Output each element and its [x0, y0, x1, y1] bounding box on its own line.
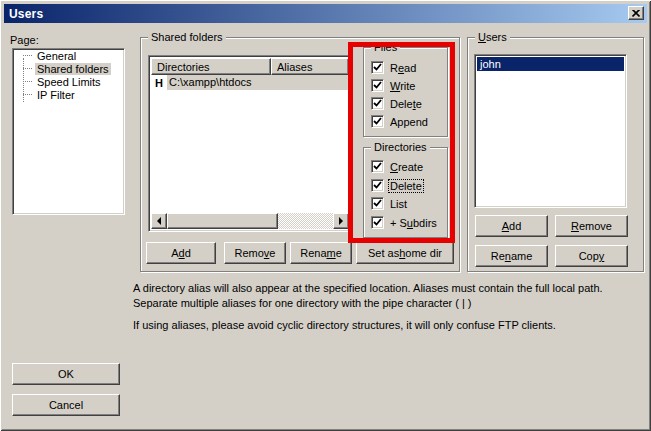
add-user-button[interactable]: Add [475, 215, 548, 237]
subdirs-label[interactable]: + Subdirs [389, 217, 438, 229]
page-item-speed-limits[interactable]: Speed Limits [13, 75, 124, 88]
check-icon [373, 162, 382, 171]
remove-user-button[interactable]: Remove [555, 215, 628, 237]
page-item-general[interactable]: General [13, 49, 124, 62]
title-bar[interactable]: Users [4, 4, 647, 23]
cyclic-note: If using aliases, please avoid cyclic di… [133, 318, 641, 333]
tree-stub [23, 94, 32, 95]
scroll-right-button[interactable] [333, 213, 349, 229]
alias-note: A directory alias will also appear at th… [133, 281, 641, 311]
directory-path: C:\xampp\htdocs [167, 75, 349, 90]
delete-file-checkbox[interactable] [371, 97, 384, 110]
create-dir-label[interactable]: Create [389, 161, 424, 173]
tree-stub [23, 68, 32, 69]
check-icon [373, 81, 382, 90]
files-read: Read [371, 61, 417, 74]
files-append: Append [371, 115, 429, 128]
page-label: Page: [10, 34, 39, 46]
users-listbox[interactable]: john [474, 54, 627, 208]
directories-listview[interactable]: Directories Aliases H C:\xampp\htdocs [148, 55, 352, 232]
page-item-label: IP Filter [35, 89, 77, 101]
dirs-delete: Delete [371, 179, 423, 192]
page-item-label: General [35, 50, 78, 62]
check-icon [373, 63, 382, 72]
create-dir-checkbox[interactable] [371, 160, 384, 173]
directories-group-label: Directories [371, 141, 430, 153]
dirs-list: List [371, 197, 408, 210]
files-delete: Delete [371, 97, 423, 110]
rename-user-button[interactable]: Rename [475, 245, 548, 267]
copy-user-button[interactable]: Copy [555, 245, 628, 267]
page-item-label: Speed Limits [35, 76, 103, 88]
dirs-create: Create [371, 160, 424, 173]
page-item-ip-filter[interactable]: IP Filter [13, 88, 124, 101]
directory-row[interactable]: H C:\xampp\htdocs [151, 75, 349, 90]
arrow-right-icon [339, 217, 347, 225]
shared-folders-group-label: Shared folders [148, 31, 226, 43]
remove-folder-button[interactable]: Remove [224, 242, 286, 264]
check-icon [373, 199, 382, 208]
check-icon [373, 99, 382, 108]
subdirs-checkbox[interactable] [371, 216, 384, 229]
tree-line [23, 58, 24, 102]
delete-dir-checkbox[interactable] [371, 179, 384, 192]
dirs-subdirs: + Subdirs [371, 216, 438, 229]
page-list[interactable]: General Shared folders Speed Limits IP F… [12, 48, 125, 215]
set-as-home-dir-button[interactable]: Set as home dir [356, 242, 454, 264]
files-write: Write [371, 79, 416, 92]
close-icon [632, 10, 640, 17]
write-checkbox[interactable] [371, 79, 384, 92]
column-header-directories[interactable]: Directories [151, 58, 271, 75]
scroll-left-button[interactable] [151, 213, 167, 229]
scrollbar-thumb[interactable] [167, 213, 278, 229]
check-icon [373, 181, 382, 190]
users-dialog: Users Page: General Shared folders Speed… [0, 0, 651, 431]
column-header-aliases[interactable]: Aliases [271, 58, 349, 75]
read-checkbox[interactable] [371, 61, 384, 74]
append-checkbox[interactable] [371, 115, 384, 128]
close-button[interactable] [628, 6, 644, 20]
read-label[interactable]: Read [389, 62, 417, 74]
page-item-shared-folders[interactable]: Shared folders [13, 62, 124, 75]
home-dir-marker: H [151, 77, 167, 89]
check-icon [373, 117, 382, 126]
horizontal-scrollbar[interactable] [151, 213, 349, 229]
users-group-label: Users [475, 31, 510, 43]
check-icon [373, 218, 382, 227]
page-item-label: Shared folders [35, 63, 111, 75]
list-dir-checkbox[interactable] [371, 197, 384, 210]
listview-header: Directories Aliases [151, 58, 349, 75]
files-group-label: Files [371, 41, 400, 53]
delete-file-label[interactable]: Delete [389, 98, 423, 110]
cancel-button[interactable]: Cancel [12, 394, 120, 416]
list-dir-label[interactable]: List [389, 198, 408, 210]
write-label[interactable]: Write [389, 80, 416, 92]
arrow-left-icon [153, 217, 161, 225]
tree-stub [23, 81, 32, 82]
tree-stub [23, 55, 32, 56]
rename-folder-button[interactable]: Rename [290, 242, 352, 264]
window-title: Users [9, 7, 43, 21]
append-label[interactable]: Append [389, 116, 429, 128]
delete-dir-label[interactable]: Delete [389, 180, 423, 192]
ok-button[interactable]: OK [12, 363, 120, 385]
user-item-john[interactable]: john [477, 57, 624, 71]
add-folder-button[interactable]: Add [146, 242, 216, 264]
